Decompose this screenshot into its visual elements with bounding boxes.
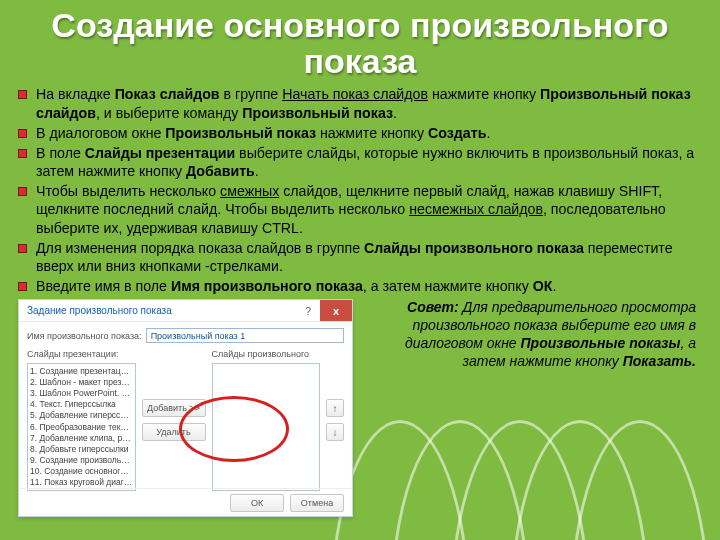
list-item[interactable]: 4. Текст. Гиперссылка (30, 399, 133, 410)
ok-button[interactable]: ОК (230, 494, 284, 512)
dialog-title: Задание произвольного показа (27, 305, 172, 316)
help-button[interactable]: ? (296, 300, 320, 321)
custom-show-dialog: Задание произвольного показа ? x Имя про… (18, 299, 353, 517)
list-item: На вкладке Показ слайдов в группе Начать… (18, 85, 702, 121)
list-item[interactable]: 3. Шаблон PowerPoint. Лист подсказок (30, 388, 133, 399)
move-up-button[interactable]: ↑ (326, 399, 344, 417)
cancel-button[interactable]: Отмена (290, 494, 344, 512)
tip-text: Совет: Для предварительного просмотра пр… (363, 299, 702, 371)
list-item[interactable]: 11. Показ круговой диаграммы (30, 477, 133, 488)
move-down-button[interactable]: ↓ (326, 423, 344, 441)
dialog-titlebar: Задание произвольного показа ? x (19, 300, 352, 322)
list-item: Чтобы выделить несколько смежных слайдов… (18, 182, 702, 237)
list-item[interactable]: 6. Преобразование текста в объект Smart (30, 422, 133, 433)
list-item[interactable]: 5. Добавление гиперссылок (30, 410, 133, 421)
list-item[interactable]: 8. Добавьте гиперссылки (30, 444, 133, 455)
right-list-header: Слайды произвольного показа: (212, 349, 321, 361)
name-label: Имя произвольного показа: (27, 331, 142, 341)
close-button[interactable]: x (320, 300, 352, 321)
instruction-list: На вкладке Показ слайдов в группе Начать… (18, 85, 702, 295)
presentation-slides-list[interactable]: 1. Создание презентации в Power Point2. … (27, 363, 136, 491)
left-list-header: Слайды презентации: (27, 349, 136, 361)
list-item: В диалоговом окне Произвольный показ наж… (18, 124, 702, 142)
list-item[interactable]: 7. Добавление клипа, рисунка, таблицы (30, 433, 133, 444)
slide: Создание основного произвольного показа … (0, 0, 720, 540)
list-item: Введите имя в поле Имя произвольного пок… (18, 277, 702, 295)
page-title: Создание основного произвольного показа (18, 8, 702, 79)
add-button[interactable]: Добавить >> (142, 399, 206, 417)
custom-show-slides-list[interactable] (212, 363, 321, 491)
list-item[interactable]: 1. Создание презентации в Power Point (30, 366, 133, 377)
list-item: Для изменения порядка показа слайдов в г… (18, 239, 702, 275)
name-input[interactable]: Произвольный показ 1 (146, 328, 344, 343)
list-item[interactable]: 9. Создание произвольного показа (30, 455, 133, 466)
list-item[interactable]: 10. Создание основного произвольного (30, 466, 133, 477)
list-item: В поле Слайды презентации выберите слайд… (18, 144, 702, 180)
list-item[interactable]: 2. Шаблон - макет презентации (30, 377, 133, 388)
remove-button[interactable]: Удалить (142, 423, 206, 441)
